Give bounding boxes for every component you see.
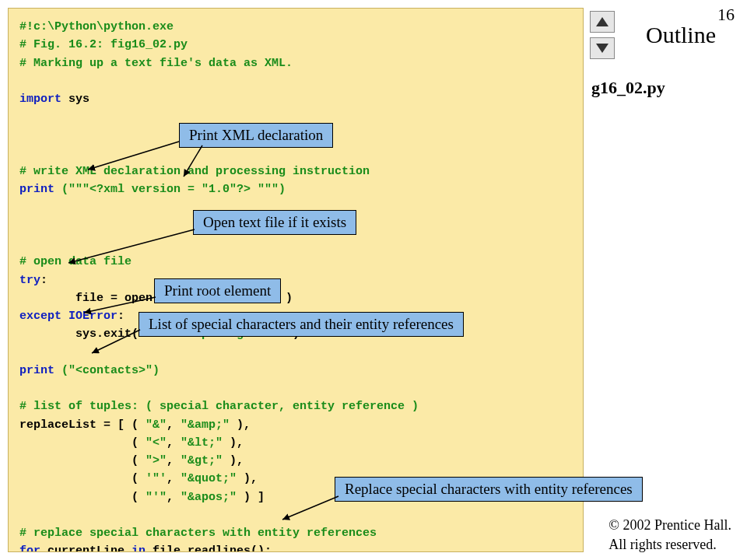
code-string: ("<contacts>") [54, 364, 160, 377]
code-text: ), [223, 454, 244, 467]
nav-up-button[interactable] [590, 11, 615, 33]
callout-open-file: Open text file if it exists [193, 210, 356, 235]
code-text: , [167, 418, 181, 432]
callout-print-xml: Print XML declaration [179, 123, 333, 148]
code-text: ( [19, 436, 146, 450]
code-text: ), [237, 472, 258, 485]
copyright-line-1: © 2002 Prentice Hall. [608, 517, 731, 533]
code-line: #!c:\Python\python.exe [19, 20, 174, 33]
code-string: "'" [146, 491, 167, 504]
code-text: ( [19, 472, 146, 485]
code-block: #!c:\Python\python.exe # Fig. 16.2: fig1… [8, 8, 584, 552]
code-string: ("""<?xml version = "1.0"?> """) [54, 183, 286, 196]
code-keyword: print [19, 364, 54, 377]
code-string: "&apos;" [181, 491, 237, 504]
code-string: "&amp;" [181, 418, 230, 432]
code-string: "&quot;" [181, 472, 237, 485]
code-text: file = open( [19, 292, 167, 305]
outline-heading: Outline [646, 22, 716, 48]
code-text: ) ] [237, 491, 265, 504]
code-string: "<" [146, 436, 167, 450]
chevron-up-icon [596, 17, 608, 26]
code-text: IOError [61, 310, 117, 323]
code-text: : [40, 274, 47, 287]
code-text: ( [19, 454, 146, 467]
callout-special-chars-list: List of special characters and their ent… [139, 312, 464, 337]
source-filename: g16_02.py [591, 78, 665, 98]
code-text: , [167, 454, 181, 467]
code-text: , [167, 436, 181, 450]
code-line: # Fig. 16.2: fig16_02.py [19, 38, 188, 51]
code-text: , [167, 472, 181, 485]
callout-replace-chars: Replace special characters with entity r… [335, 477, 643, 502]
code-string: ">" [146, 454, 167, 467]
callout-root-element: Print root element [154, 278, 281, 303]
code-text: sys [61, 93, 89, 106]
code-string: "&" [146, 418, 167, 432]
code-line: # write XML declaration and processing i… [19, 165, 370, 178]
code-text: replaceList = [ ( [19, 418, 146, 432]
code-text: ), [230, 418, 251, 432]
code-text: currentLine [40, 544, 132, 552]
slide: 16 Outline g16_02.py © 2002 Prentice Hal… [0, 0, 747, 560]
code-string: "&gt;" [181, 454, 223, 467]
code-text: ), [223, 436, 244, 450]
code-text: ( [19, 491, 146, 504]
copyright-line-2: All rights reserved. [608, 537, 716, 552]
code-line: # Marking up a text file's data as XML. [19, 57, 293, 70]
code-text: file.readlines(): [146, 544, 272, 552]
code-line: # replace special characters with entity… [19, 527, 377, 540]
code-string: '"' [146, 472, 167, 485]
code-keyword: for [19, 544, 40, 552]
chevron-down-icon [596, 44, 608, 53]
code-line: # list of tuples: ( special character, e… [19, 400, 419, 413]
nav-down-button[interactable] [590, 37, 615, 59]
code-text: : [117, 310, 124, 323]
code-keyword: except [19, 310, 61, 323]
code-string: "&lt;" [181, 436, 223, 450]
code-line: # open data file [19, 255, 132, 268]
code-text: , [167, 491, 181, 504]
code-keyword: try [19, 274, 40, 287]
copyright-notice: © 2002 Prentice Hall. All rights reserve… [608, 516, 731, 554]
code-keyword: print [19, 183, 54, 196]
code-keyword: in [132, 544, 146, 552]
page-number: 16 [717, 5, 735, 25]
code-keyword: import [19, 93, 61, 106]
code-text: sys.exit( [19, 327, 146, 341]
